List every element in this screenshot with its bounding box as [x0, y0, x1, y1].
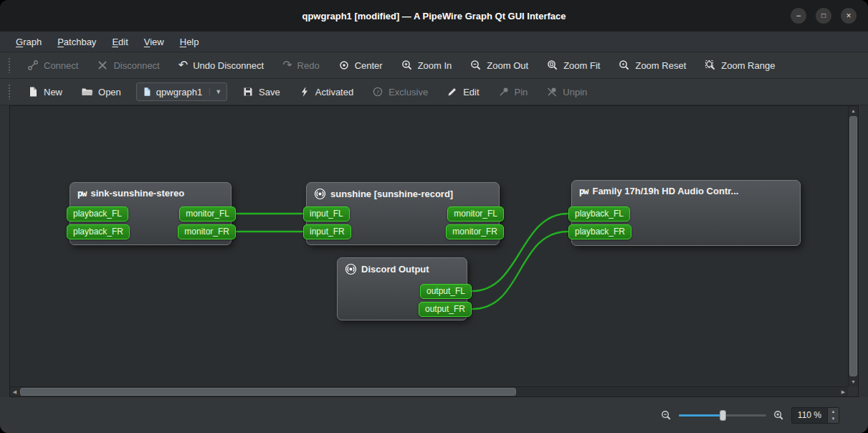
- connect-icon: [27, 60, 39, 71]
- window-title: qpwgraph1 [modified] — A PipeWire Graph …: [302, 11, 566, 22]
- new-button[interactable]: New: [18, 79, 72, 105]
- pipewire-icon: pw: [77, 189, 86, 199]
- port-monitor-fl[interactable]: monitor_FL: [179, 206, 236, 222]
- redo-icon: ↷: [282, 60, 292, 71]
- menubar: Graph Patchbay Edit View Help: [0, 32, 868, 52]
- exclusive-toggle[interactable]: f Exclusive: [363, 79, 437, 105]
- menu-edit[interactable]: Edit: [105, 34, 135, 50]
- zoom-out-icon: [470, 60, 482, 71]
- save-icon: [242, 86, 254, 97]
- zoom-range-button[interactable]: Zoom Range: [695, 52, 784, 78]
- center-button[interactable]: Center: [329, 52, 392, 78]
- pin-icon: [498, 86, 510, 97]
- port-playback-fr[interactable]: playback_FR: [568, 224, 631, 239]
- pin-button[interactable]: Pin: [489, 79, 538, 105]
- port-monitor-fr[interactable]: monitor_FR: [446, 224, 504, 239]
- activated-toggle[interactable]: Activated: [290, 79, 363, 105]
- node-title: Discord Output: [361, 264, 429, 275]
- titlebar: qpwgraph1 [modified] — A PipeWire Graph …: [0, 0, 868, 32]
- spin-down-arrow[interactable]: ▼: [828, 415, 839, 423]
- pencil-icon: [447, 86, 458, 97]
- port-output-fr[interactable]: output_FR: [419, 302, 472, 317]
- zoom-in-icon[interactable]: [773, 410, 784, 421]
- zoom-slider[interactable]: [679, 409, 766, 421]
- node-title: sink-sunshine-stereo: [90, 188, 184, 199]
- horizontal-scroll-thumb[interactable]: [20, 388, 516, 396]
- window-controls: − □ ×: [791, 0, 857, 32]
- zoom-out-button[interactable]: Zoom Out: [461, 52, 538, 78]
- zoom-in-icon: [401, 60, 413, 71]
- pipewire-icon: pw: [579, 186, 588, 196]
- node-sink-sunshine-stereo[interactable]: pw sink-sunshine-stereo playback_FL play…: [70, 182, 232, 245]
- zoom-fit-button[interactable]: Zoom Fit: [538, 52, 609, 78]
- graph-toolbar: Connect Disconnect ↶ Undo Disconnect ↷ R…: [0, 52, 868, 79]
- port-monitor-fr[interactable]: monitor_FR: [178, 224, 236, 239]
- spinbox-arrows: ▲ ▼: [827, 408, 839, 423]
- patchbay-profile-combo[interactable]: qpwgraph1 ▼: [136, 82, 227, 101]
- zoom-value[interactable]: 110 %: [792, 410, 827, 420]
- slider-fill: [679, 414, 722, 417]
- stream-icon: [345, 263, 357, 275]
- zoom-out-icon[interactable]: [661, 410, 672, 421]
- toolbar-grip[interactable]: [8, 84, 11, 100]
- node-sunshine-record[interactable]: sunshine [sunshine-record] input_FL inpu…: [306, 182, 500, 245]
- svg-text:f: f: [377, 89, 379, 95]
- port-output-fl[interactable]: output_FL: [420, 284, 472, 299]
- vertical-scroll-thumb[interactable]: [849, 116, 857, 376]
- node-title: Family 17h/19h HD Audio Contr...: [592, 186, 738, 196]
- scroll-left-arrow[interactable]: ◀: [10, 387, 19, 396]
- port-monitor-fl[interactable]: monitor_FL: [447, 206, 504, 222]
- maximize-button[interactable]: □: [816, 8, 831, 24]
- port-playback-fl[interactable]: playback_FL: [67, 206, 128, 222]
- open-button[interactable]: Open: [72, 79, 130, 105]
- combo-value: qpwgraph1: [156, 87, 202, 97]
- unpin-button[interactable]: Unpin: [537, 79, 596, 105]
- menu-patchbay[interactable]: Patchbay: [50, 34, 103, 50]
- spin-up-arrow[interactable]: ▲: [828, 408, 839, 416]
- node-family-hd-audio[interactable]: pw Family 17h/19h HD Audio Contr... play…: [571, 180, 801, 246]
- node-title: sunshine [sunshine-record]: [330, 189, 453, 199]
- scroll-right-arrow[interactable]: ▶: [839, 387, 848, 396]
- zoom-spinbox[interactable]: 110 % ▲ ▼: [791, 407, 839, 424]
- port-playback-fl[interactable]: playback_FL: [568, 206, 630, 222]
- close-button[interactable]: ×: [841, 8, 857, 24]
- redo-button[interactable]: ↷ Redo: [273, 52, 328, 78]
- center-icon: [338, 60, 350, 71]
- chevron-down-icon[interactable]: ▼: [209, 88, 221, 95]
- save-button[interactable]: Save: [233, 79, 290, 105]
- scroll-down-arrow[interactable]: ▼: [849, 377, 858, 386]
- zoom-fit-icon: [547, 60, 558, 71]
- port-playback-fr[interactable]: playback_FR: [67, 224, 130, 239]
- disconnect-button[interactable]: Disconnect: [87, 52, 168, 78]
- menu-help[interactable]: Help: [173, 34, 206, 50]
- app-window: qpwgraph1 [modified] — A PipeWire Graph …: [0, 0, 868, 433]
- connections-layer: [10, 106, 848, 386]
- disconnect-icon: [97, 60, 108, 71]
- slider-handle[interactable]: [720, 410, 726, 421]
- undo-disconnect-button[interactable]: ↶ Undo Disconnect: [169, 52, 273, 78]
- node-discord-output[interactable]: Discord Output output_FL output_FR: [337, 257, 467, 320]
- menu-graph[interactable]: Graph: [9, 34, 49, 50]
- minimize-button[interactable]: −: [791, 8, 806, 24]
- zoom-reset-icon: [619, 60, 630, 71]
- zoom-reset-button[interactable]: Zoom Reset: [609, 52, 695, 78]
- stream-icon: [314, 188, 326, 200]
- scroll-up-arrow[interactable]: ▲: [849, 106, 858, 115]
- open-folder-icon: [81, 86, 93, 97]
- horizontal-scrollbar[interactable]: ◀ ▶: [10, 386, 848, 396]
- port-input-fr[interactable]: input_FR: [303, 224, 351, 239]
- file-icon: [142, 87, 152, 97]
- lightning-bolt-icon: [299, 86, 310, 97]
- scrollbar-corner: [848, 386, 858, 396]
- zoom-in-button[interactable]: Zoom In: [392, 52, 462, 78]
- graph-canvas[interactable]: pw sink-sunshine-stereo playback_FL play…: [10, 106, 848, 386]
- toolbar-grip[interactable]: [8, 57, 11, 73]
- vertical-scrollbar[interactable]: ▲ ▼: [848, 106, 858, 386]
- exclusive-icon: f: [372, 86, 383, 97]
- edit-toggle[interactable]: Edit: [437, 79, 488, 105]
- connect-button[interactable]: Connect: [18, 52, 87, 78]
- zoom-range-icon: [705, 60, 716, 71]
- port-input-fl[interactable]: input_FL: [303, 206, 350, 222]
- menu-view[interactable]: View: [137, 34, 171, 50]
- undo-icon: ↶: [178, 60, 188, 71]
